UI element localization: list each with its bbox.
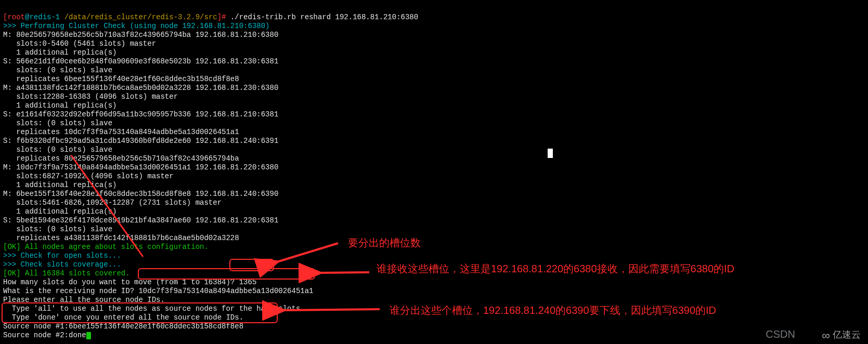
line: M: 10dc7f3f9a753140a8494adbbe5a13d002645… (3, 163, 278, 171)
line: M: 6bee155f136f40e28e1f60c8ddec3b158cd8f… (3, 190, 278, 198)
input-source-node-2[interactable]: Source node #2:done (3, 331, 86, 339)
line: 1 additional replica(s) (3, 101, 116, 110)
line: slots: (0 slots) slave (3, 145, 112, 154)
line: replicates a4381138fdc142f18881b7b6ca8ae… (3, 234, 239, 242)
line: slots:6827-10922 (4096 slots) master (3, 172, 174, 180)
line: replicates 6bee155f136f40e28e1f60c8ddec3… (3, 75, 239, 83)
line-ok: [OK] All 16384 slots covered. (3, 269, 130, 277)
line: slots: (0 slots) slave (3, 66, 112, 74)
line: S: 5bed1594ee326f4170dce8919b21bf4a3847a… (3, 216, 278, 224)
line: slots: (0 slots) slave (3, 225, 112, 233)
line: Type 'all' to use all the nodes as sourc… (3, 305, 305, 313)
annotation-source-node: 谁分出这些个槽位，192.168.81.240的6390要下线，因此填写6390… (390, 303, 774, 317)
prompt-path: /data/redis_cluster/redis-3.2.9/src (60, 13, 217, 21)
line: >>> Check slots coverage... (3, 260, 121, 269)
infinity-icon: ∞ (822, 329, 830, 342)
prompt-slots-question: How many slots do you want to move (from… (3, 278, 239, 286)
remote-cursor-icon (548, 149, 553, 158)
watermark-csdn: CSDN (766, 330, 795, 339)
line: Type 'done' once you entered all the sou… (3, 313, 243, 322)
input-slots-value[interactable]: 1365 (239, 278, 257, 286)
cursor-icon (86, 332, 91, 339)
line: M: 80e256579658eb256c5b710a3f82c43966579… (3, 31, 278, 39)
line: slots:0-5460 (5461 slots) master (3, 39, 156, 48)
line: S: f6b9320dfbc929ad5a31cdb149360b0fd8de2… (3, 137, 278, 145)
line: 1 additional replica(s) (3, 48, 116, 57)
line: slots:12288-16383 (4096 slots) master (3, 92, 178, 101)
prompt-receiving-node: What is the receiving node ID? (3, 287, 138, 295)
prompt-host: redis-1 (29, 13, 60, 21)
line: 1 additional replica(s) (3, 181, 116, 189)
line: S: e11614f03232d92ebff06d95a11b3c905957b… (3, 110, 278, 118)
line: S: 566e21d1fd0cee6b2848f0a90609e3f868e50… (3, 57, 278, 65)
prompt-bracket-close: ]# (217, 13, 230, 21)
line: slots:5461-6826,10923-12287 (2731 slots)… (3, 199, 222, 207)
annotation-slots-count: 要分出的槽位数 (348, 236, 421, 249)
watermark-yisu: ∞ 亿速云 (822, 330, 861, 340)
input-receiving-node-id[interactable]: 10dc7f3f9a753140a8494adbbe5a13d0026451a1 (138, 287, 313, 295)
line: replicates 10dc7f3f9a753140a8494adbbe5a1… (3, 128, 239, 136)
line: >>> Check for open slots... (3, 252, 121, 260)
line: >>> Performing Cluster Check (using node… (3, 22, 269, 30)
annotation-receiving-node: 谁接收这些槽位，这里是192.168.81.220的6380接收，因此需要填写6… (377, 262, 761, 275)
line: M: a4381138fdc142f18881b7b6ca8ae5b0d02a3… (3, 84, 278, 92)
line: slots: (0 slots) slave (3, 119, 112, 127)
prompt-user: root (7, 13, 25, 21)
input-source-node-1[interactable]: Source node #1:6bee155f136f40e28e1f60c8d… (3, 322, 243, 330)
line: 1 additional replica(s) (3, 207, 116, 216)
line: replicates 80e256579658eb256c5b710a3f82c… (3, 154, 239, 163)
command-text[interactable]: ./redis-trib.rb reshard 192.168.81.210:6… (230, 13, 418, 21)
terminal-output: [root@redis-1 /data/redis_cluster/redis-… (3, 4, 418, 340)
line-ok: [OK] All nodes agree about slots configu… (3, 243, 209, 251)
line: Please enter all the source node IDs. (3, 296, 165, 304)
